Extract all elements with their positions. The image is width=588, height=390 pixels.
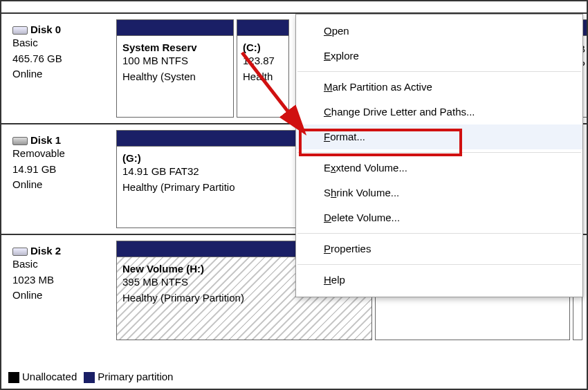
context-menu: Open Explore Mark Partition as Active Ch… <box>295 14 583 297</box>
menu-item-extend[interactable]: Exxtend Volume... <box>296 156 582 180</box>
disk-icon <box>12 248 28 256</box>
menu-item-mark-active[interactable]: Mark Partition as Active <box>296 75 582 100</box>
disk-name: Disk 2 <box>12 245 113 257</box>
swatch-primary <box>84 372 95 383</box>
disk-icon <box>12 137 28 145</box>
partition-header-bar <box>237 20 288 35</box>
menu-item-change-letter[interactable]: Change Drive Letter and Paths... <box>296 100 582 124</box>
menu-separator <box>297 233 581 234</box>
partition-block[interactable]: System Reserv 100 MB NTFS Healthy (Syste… <box>116 19 234 118</box>
disk-type: Removable <box>12 146 113 162</box>
swatch-unallocated <box>8 372 19 383</box>
disk-icon <box>12 26 28 35</box>
partition-info: 100 MB NTFS <box>122 53 228 69</box>
menu-item-help[interactable]: Help <box>296 268 582 292</box>
legend-item-unallocated: Unallocated <box>8 371 77 383</box>
menu-item-format[interactable]: Format... <box>296 124 582 149</box>
partition-body: System Reserv 100 MB NTFS Healthy (Syste… <box>117 35 233 117</box>
menu-item-shrink[interactable]: Shrink Volume... <box>296 180 582 205</box>
disk-name-text: Disk 1 <box>30 134 61 146</box>
menu-item-explore[interactable]: Explore <box>296 44 582 68</box>
partition-header-bar <box>117 20 233 35</box>
top-border-strip <box>1 1 587 14</box>
disk-info-panel: Disk 1 Removable 14.91 GB Online <box>6 130 116 228</box>
partition-info: 123.87 <box>243 53 283 69</box>
disk-type: Basic <box>12 35 113 51</box>
disk-status: Online <box>12 66 113 82</box>
menu-separator <box>297 264 581 265</box>
partition-block[interactable]: (C:) 123.87 Health <box>237 19 289 118</box>
disk-info-panel: Disk 2 Basic 1023 MB Online <box>6 241 116 340</box>
menu-separator <box>297 71 581 72</box>
disk-status: Online <box>12 288 113 304</box>
disk-type: Basic <box>12 257 113 272</box>
disk-name-text: Disk 0 <box>30 24 61 35</box>
disk-name: Disk 0 <box>12 24 113 35</box>
menu-separator <box>297 152 581 153</box>
legend: Unallocated Primary partition <box>8 371 173 383</box>
disk-status: Online <box>12 177 113 193</box>
partition-label: System Reserv <box>122 41 228 53</box>
disk-size: 14.91 GB <box>12 162 113 178</box>
menu-item-open[interactable]: Open <box>296 19 582 44</box>
legend-label: Unallocated <box>22 371 77 382</box>
partition-info: Healthy (Systen <box>122 69 228 85</box>
partition-body: (C:) 123.87 Health <box>237 35 288 117</box>
legend-item-primary: Primary partition <box>84 371 173 383</box>
disk-info-panel: Disk 0 Basic 465.76 GB Online <box>6 19 116 118</box>
partition-info: Health <box>243 69 283 85</box>
menu-item-properties[interactable]: Properties <box>296 236 582 261</box>
disk-management-window: Disk 0 Basic 465.76 GB Online System Res… <box>0 0 588 390</box>
legend-label: Primary partition <box>98 371 173 382</box>
disk-name: Disk 1 <box>12 134 113 146</box>
disk-size: 465.76 GB <box>12 51 113 67</box>
disk-name-text: Disk 2 <box>30 245 61 257</box>
disk-size: 1023 MB <box>12 272 113 288</box>
partition-label: (C:) <box>243 41 283 53</box>
menu-item-delete[interactable]: Delete Volume... <box>296 205 582 230</box>
